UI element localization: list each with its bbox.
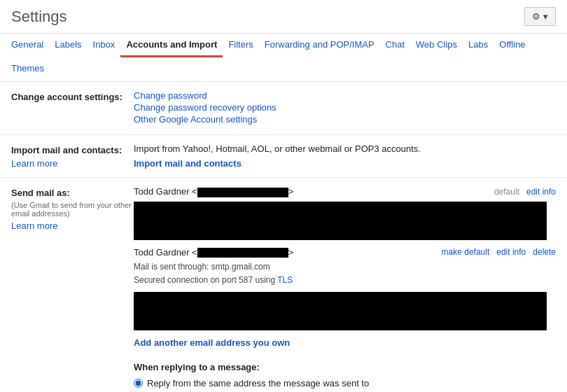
reply-title: When replying to a message: bbox=[134, 362, 556, 372]
tls-link[interactable]: TLS bbox=[277, 275, 293, 285]
other-google-account-link[interactable]: Other Google Account settings bbox=[134, 114, 556, 125]
change-account-section: Change account settings: Change password… bbox=[0, 82, 567, 135]
delete-link[interactable]: delete bbox=[533, 247, 556, 257]
tab-web-clips[interactable]: Web Clips bbox=[410, 34, 463, 57]
send-mail-body: Todd Gardner <> default edit info Todd G… bbox=[134, 186, 556, 392]
send-mail-sublabel: (Use Gmail to send from your other email… bbox=[11, 201, 134, 218]
change-password-recovery-link[interactable]: Change password recovery options bbox=[134, 102, 556, 113]
smtp-host: Mail is sent through: smtp.gmail.com bbox=[134, 260, 556, 274]
reply-option-1: Reply from the same address the message … bbox=[134, 378, 556, 388]
import-mail-body: Import from Yahoo!, Hotmail, AOL, or oth… bbox=[134, 144, 556, 169]
send-mail-learn-more-link[interactable]: Learn more bbox=[11, 220, 134, 231]
smtp-info: Mail is sent through: smtp.gmail.com Sec… bbox=[134, 260, 556, 287]
send-mail-entry-1: Todd Gardner <> default edit info bbox=[134, 186, 556, 197]
send-mail-name-2: Todd Gardner <> bbox=[134, 247, 293, 258]
edit-info-link-2[interactable]: edit info bbox=[496, 247, 526, 257]
tab-filters[interactable]: Filters bbox=[223, 34, 258, 57]
make-default-link[interactable]: make default bbox=[442, 247, 490, 257]
import-mail-section: Import mail and contacts: Learn more Imp… bbox=[0, 135, 567, 178]
redacted-block-2 bbox=[134, 292, 547, 330]
tab-forwarding-pop-imap[interactable]: Forwarding and POP/IMAP bbox=[259, 34, 380, 57]
tab-labs[interactable]: Labs bbox=[463, 34, 493, 57]
tab-labels[interactable]: Labels bbox=[49, 34, 87, 57]
import-learn-more-link[interactable]: Learn more bbox=[11, 158, 134, 169]
tab-general[interactable]: General bbox=[6, 34, 49, 57]
header: Settings ⚙ ▾ bbox=[0, 0, 567, 34]
send-mail-actions-2: make default edit info delete bbox=[442, 247, 556, 257]
gear-button[interactable]: ⚙ ▾ bbox=[524, 7, 556, 26]
reply-section: When replying to a message: Reply from t… bbox=[134, 362, 556, 393]
import-mail-label: Import mail and contacts: Learn more bbox=[11, 144, 134, 169]
nav-row-2: Themes bbox=[6, 57, 50, 81]
send-mail-entry-2: Todd Gardner <> make default edit info d… bbox=[134, 247, 556, 258]
tab-offline[interactable]: Offline bbox=[493, 34, 531, 57]
redacted-block-1 bbox=[134, 202, 547, 240]
default-label: default bbox=[494, 187, 519, 197]
gear-icon: ⚙ bbox=[532, 11, 540, 22]
tab-themes[interactable]: Themes bbox=[6, 57, 50, 81]
change-account-label: Change account settings: bbox=[11, 90, 134, 102]
send-mail-section: Send mail as: (Use Gmail to send from yo… bbox=[0, 178, 567, 392]
tab-chat[interactable]: Chat bbox=[380, 34, 410, 57]
settings-content: Change account settings: Change password… bbox=[0, 82, 567, 392]
import-mail-contacts-link[interactable]: Import mail and contacts bbox=[134, 158, 241, 169]
reply-radio-1[interactable] bbox=[134, 379, 143, 388]
change-account-body: Change password Change password recovery… bbox=[134, 90, 556, 126]
send-mail-actions-1: default edit info bbox=[494, 187, 556, 197]
send-mail-name-1: Todd Gardner <> bbox=[134, 186, 293, 197]
add-email-link[interactable]: Add another email address you own bbox=[134, 337, 290, 348]
send-mail-label: Send mail as: (Use Gmail to send from yo… bbox=[11, 186, 134, 231]
tab-accounts-and-import[interactable]: Accounts and Import bbox=[120, 34, 223, 57]
import-description: Import from Yahoo!, Hotmail, AOL, or oth… bbox=[134, 144, 556, 154]
nav-tabs: General Labels Inbox Accounts and Import… bbox=[0, 34, 567, 82]
change-password-link[interactable]: Change password bbox=[134, 90, 556, 101]
chevron-down-icon: ▾ bbox=[543, 11, 548, 22]
redacted-email-2 bbox=[197, 248, 288, 258]
edit-info-link-1[interactable]: edit info bbox=[526, 187, 556, 197]
redacted-email-1 bbox=[197, 188, 288, 197]
reply-label-1: Reply from the same address the message … bbox=[147, 378, 369, 388]
smtp-port: Secured connection on port 587 using TLS bbox=[134, 274, 556, 287]
nav-row-1: General Labels Inbox Accounts and Import… bbox=[6, 34, 561, 57]
page-title: Settings bbox=[11, 8, 67, 26]
tab-inbox[interactable]: Inbox bbox=[88, 34, 121, 57]
